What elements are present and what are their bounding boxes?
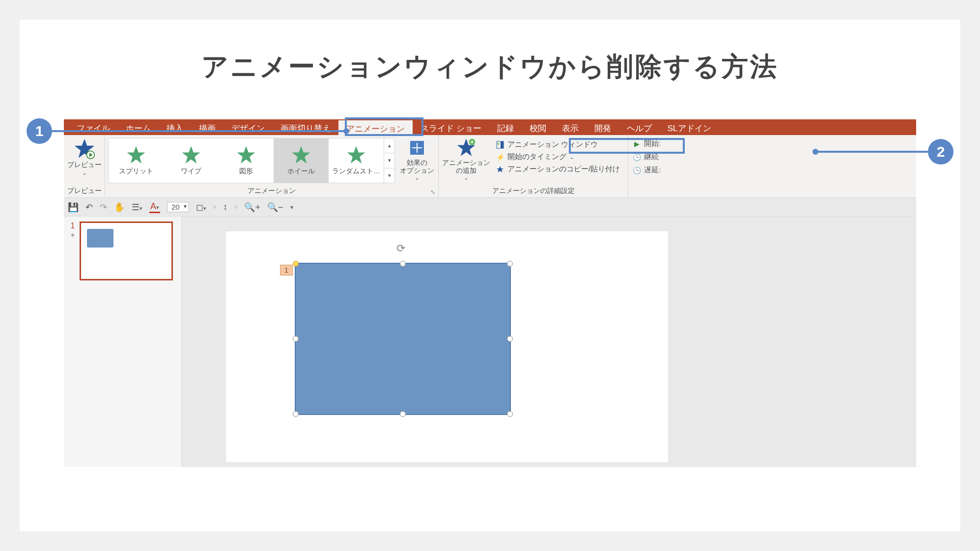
callout-line-2 <box>815 151 928 153</box>
qat-icon-2[interactable]: ▫ <box>234 202 237 212</box>
editor-area: 1 ✶ ⟳ 1 <box>64 217 916 467</box>
preview-star-icon <box>74 138 95 160</box>
tab-help[interactable]: ヘルプ <box>619 119 660 135</box>
screenshot-container: 1 2 ファイル ホーム 挿入 描画 デザイン 画面切り替え アニメーション ス… <box>64 119 916 467</box>
gallery-item-shape[interactable]: 図形 <box>219 138 274 183</box>
dialog-launcher-icon[interactable]: ⤡ <box>430 189 435 195</box>
svg-marker-3 <box>127 146 145 164</box>
add-animation-button[interactable]: アニメーション の追加 ⌄ <box>442 137 491 181</box>
gallery-item-wipe[interactable]: ワイプ <box>164 138 219 183</box>
callout-1: 1 <box>27 118 52 144</box>
tab-design[interactable]: デザイン <box>224 119 273 135</box>
zoom-in-icon[interactable]: 🔍+ <box>244 202 260 213</box>
add-star-icon <box>456 138 476 158</box>
rotate-handle-icon[interactable]: ⟳ <box>396 242 409 255</box>
canvas-area: ⟳ 1 <box>182 217 916 467</box>
resize-handle-n[interactable] <box>400 261 406 267</box>
tab-slideshow[interactable]: スライド ショー <box>413 119 489 135</box>
animation-order-tag[interactable]: 1 <box>280 265 293 276</box>
svg-marker-4 <box>182 146 200 164</box>
effect-options-icon <box>407 138 427 158</box>
tab-transitions[interactable]: 画面切り替え <box>273 119 338 135</box>
group-animation-label: アニメーション ⤡ <box>105 186 438 197</box>
tutorial-card: アニメーションウィンドウから削除する方法 1 2 ファイル ホーム 挿入 描画 … <box>20 20 960 531</box>
bullets-icon[interactable]: ☰▾ <box>132 202 142 213</box>
svg-marker-6 <box>292 146 310 164</box>
tab-view[interactable]: 表示 <box>554 119 587 135</box>
tab-review[interactable]: 校閲 <box>522 119 554 135</box>
svg-rect-12 <box>501 141 504 148</box>
tab-insert[interactable]: 挿入 <box>159 119 191 135</box>
gallery-scroll-down[interactable]: ▾ <box>384 153 394 168</box>
svg-marker-5 <box>237 146 255 164</box>
resize-handle-e[interactable] <box>507 336 513 342</box>
qat-icon-1[interactable]: ▫ <box>213 202 216 212</box>
ribbon-body: プレビュー⌄ プレビュー スプリット ワイプ <box>64 135 916 198</box>
clock-icon: 🕒 <box>632 153 641 162</box>
tab-file[interactable]: ファイル <box>69 119 118 135</box>
gallery-item-wheel[interactable]: ホイール <box>274 138 329 183</box>
star-icon <box>236 145 256 165</box>
clock-icon: 🕒 <box>632 166 641 175</box>
gallery-scrollbar[interactable]: ▴ ▾ ▾ <box>384 138 394 183</box>
group-animation: スプリット ワイプ 図形 ホイール <box>105 135 439 197</box>
save-icon[interactable]: 💾 <box>68 202 79 213</box>
resize-handle-w[interactable] <box>293 336 299 342</box>
animation-indicator-icon: ✶ <box>70 231 76 239</box>
undo-icon[interactable]: ↶ <box>85 202 93 213</box>
slide-number: 1 <box>71 221 75 230</box>
star-icon <box>291 145 311 165</box>
tab-sladdin[interactable]: SLアドイン <box>660 119 719 135</box>
svg-marker-13 <box>498 142 500 145</box>
tab-draw[interactable]: 描画 <box>191 119 224 135</box>
adjust-handle[interactable] <box>293 261 299 267</box>
spacing-icon[interactable]: ↕ <box>223 202 227 212</box>
painter-star-icon <box>496 165 504 174</box>
tab-record[interactable]: 記録 <box>489 119 522 135</box>
slide-thumbnail-panel: 1 ✶ <box>64 217 182 467</box>
gallery-item-split[interactable]: スプリット <box>109 138 164 183</box>
resize-handle-sw[interactable] <box>293 411 299 417</box>
gallery-scroll-more[interactable]: ▾ <box>384 168 394 183</box>
redo-icon[interactable]: ↷ <box>100 202 107 213</box>
font-size-input[interactable]: 20 <box>167 202 189 212</box>
font-color-icon[interactable]: A▾ <box>149 201 160 213</box>
effect-options-button[interactable]: 効果の オプション ⌄ <box>399 137 435 181</box>
gallery-scroll-up[interactable]: ▴ <box>384 138 394 153</box>
star-icon <box>126 145 146 165</box>
selected-shape[interactable] <box>295 263 511 415</box>
svg-marker-14 <box>497 166 504 172</box>
resize-handle-ne[interactable] <box>507 261 513 267</box>
lightning-icon: ⚡ <box>496 153 504 162</box>
group-advanced-label: アニメーションの詳細設定 <box>439 186 628 197</box>
svg-marker-7 <box>347 146 365 164</box>
preview-button[interactable]: プレビュー⌄ <box>67 137 102 177</box>
highlight-animations-tab <box>345 117 423 136</box>
ribbon-tabs: ファイル ホーム 挿入 描画 デザイン 画面切り替え アニメーション スライド … <box>64 119 916 135</box>
pane-icon <box>496 140 504 149</box>
thumbnail-shape <box>87 229 113 248</box>
shapes-icon[interactable]: ◻▾ <box>196 202 206 213</box>
quick-access-toolbar: 💾 ↶ ↷ ✋ ☰▾ A▾ 20 ◻▾ ▫ ↕ ▫ 🔍+ 🔍− ▾ <box>64 198 916 217</box>
zoom-out-icon[interactable]: 🔍− <box>267 202 283 213</box>
resize-handle-s[interactable] <box>400 411 406 417</box>
tab-home[interactable]: ホーム <box>118 119 159 135</box>
tab-developer[interactable]: 開発 <box>587 119 619 135</box>
highlight-animation-pane <box>569 138 685 154</box>
touch-icon[interactable]: ✋ <box>114 202 125 213</box>
star-icon <box>346 145 366 165</box>
callout-line-1 <box>52 130 347 132</box>
animation-gallery: スプリット ワイプ 図形 ホイール <box>108 138 395 183</box>
animation-painter-button[interactable]: アニメーションのコピー/貼り付け <box>496 165 620 174</box>
group-preview: プレビュー⌄ プレビュー <box>64 135 105 197</box>
slide-thumbnail-1[interactable] <box>80 221 173 280</box>
resize-handle-se[interactable] <box>507 411 513 417</box>
timing-delay[interactable]: 🕒 遅延: <box>632 165 668 175</box>
gallery-item-random[interactable]: ランダムスト… <box>329 138 384 183</box>
star-icon <box>181 145 201 165</box>
slide-canvas[interactable]: ⟳ 1 <box>226 231 668 462</box>
callout-2: 2 <box>928 139 953 165</box>
qat-customize[interactable]: ▾ <box>290 204 293 211</box>
group-preview-label: プレビュー <box>64 186 105 197</box>
page-title: アニメーションウィンドウから削除する方法 <box>64 49 916 85</box>
